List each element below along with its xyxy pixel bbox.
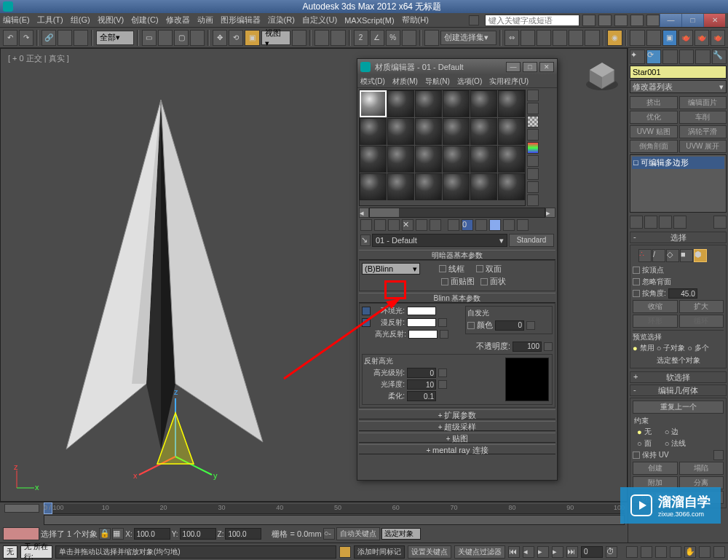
prev-frame-icon[interactable]: ◂ [523, 546, 534, 558]
make-copy-icon[interactable] [416, 219, 427, 231]
selfillum-checkbox[interactable] [467, 322, 475, 329]
specular-swatch[interactable] [408, 330, 438, 339]
time-slider[interactable]: 0 / 100 102030405060708090100 [44, 504, 625, 514]
goto-start-icon[interactable]: ⏮ [508, 546, 520, 558]
mat-slot[interactable] [415, 146, 442, 173]
menu-graph[interactable]: 图形编辑器 [221, 15, 261, 25]
quick-btn-turbosmooth[interactable]: 涡轮平滑 [679, 125, 727, 138]
selfillum-spinner[interactable]: 0 [495, 320, 524, 331]
facemap-checkbox[interactable] [441, 278, 448, 285]
curve-editor-button[interactable] [569, 30, 583, 46]
align-button[interactable] [521, 30, 535, 46]
mirror-button[interactable]: ⇔ [505, 30, 519, 46]
mat-slot[interactable] [387, 118, 414, 145]
menu-customize[interactable]: 自定义(U) [302, 15, 337, 25]
angle-spinner[interactable]: 45.0 [668, 288, 697, 299]
grow-button[interactable]: 扩大 [679, 300, 724, 313]
z-field[interactable]: 100.0 [225, 528, 261, 540]
select-by-name-button[interactable] [158, 30, 173, 46]
mat-menu-utilities[interactable]: 实用程序(U) [489, 76, 529, 87]
snap-percent-button[interactable]: % [386, 30, 400, 46]
material-type-button[interactable]: Standard [509, 234, 554, 247]
mat-slot[interactable] [360, 118, 387, 145]
scale-gizmo[interactable]: x y z [124, 384, 226, 486]
window-close-button[interactable]: ✕ [703, 14, 725, 27]
gloss-spinner[interactable]: 10 [407, 379, 436, 390]
isolate-icon[interactable] [339, 546, 351, 558]
mat-map-nav-icon[interactable] [527, 194, 539, 206]
edge-mode-icon[interactable]: / [652, 249, 665, 262]
unlink-button[interactable] [58, 30, 72, 46]
mat-menu-options[interactable]: 选项(O) [457, 76, 482, 87]
nav-fov-icon[interactable] [670, 546, 681, 558]
nav-zoom-ext-icon[interactable] [655, 546, 667, 558]
exchange-icon[interactable] [614, 15, 628, 26]
collapse-button[interactable]: 塌陷 [679, 462, 724, 475]
get-material-icon[interactable] [360, 219, 372, 231]
two-sided-checkbox[interactable] [476, 265, 483, 272]
menu-tools[interactable]: 工具(T) [37, 15, 63, 25]
mat-slot[interactable] [415, 173, 442, 200]
select-scale-button[interactable]: ▣ [245, 30, 259, 46]
mat-slot[interactable] [470, 118, 497, 145]
key-mode-icon[interactable]: ○- [323, 528, 335, 540]
favorite-icon[interactable] [630, 15, 644, 26]
redo-button[interactable]: ↷ [19, 30, 33, 46]
subscription-icon[interactable] [598, 15, 612, 26]
time-slider-handle[interactable] [4, 504, 39, 513]
mat-slot[interactable] [498, 90, 525, 117]
mat-slot[interactable] [443, 90, 470, 117]
current-frame-field[interactable]: 0 [581, 546, 603, 558]
selection-filter-dropdown[interactable]: 全部 ▾ [96, 31, 134, 45]
abs-rel-icon[interactable]: ▦ [112, 528, 124, 540]
sample-type-icon[interactable] [527, 90, 539, 101]
sample-uv-icon[interactable] [527, 129, 539, 141]
ss-rollout-header[interactable]: + 超级采样 [359, 421, 555, 431]
display-tab-icon[interactable] [695, 50, 711, 64]
mat-slot-scrollbar[interactable]: ◂▸ [359, 208, 555, 218]
put-to-library-icon[interactable] [448, 219, 459, 231]
preview-sub-radio[interactable]: 子对象 [663, 343, 685, 353]
set-key-button[interactable]: 设置关键点 [408, 545, 451, 559]
quick-btn-bevel[interactable]: 倒角剖面 [630, 140, 678, 153]
preview-multi-radio[interactable]: 多个 [695, 343, 709, 353]
quick-left-icon[interactable] [469, 15, 479, 25]
time-config-icon[interactable]: ⏱ [606, 546, 617, 558]
key-filter-target[interactable]: 选定对象 [381, 528, 421, 540]
window-maximize-button[interactable]: □ [681, 14, 703, 27]
edit-named-sel-button[interactable] [424, 30, 439, 46]
diffuse-map-button[interactable] [438, 318, 447, 327]
mat-slot[interactable] [443, 118, 470, 145]
quick-btn-uvwmap[interactable]: UVW 贴图 [630, 125, 678, 138]
pick-material-icon[interactable]: ↘ [360, 234, 371, 246]
background-icon[interactable] [527, 116, 539, 127]
selfillum-map-button[interactable] [526, 321, 535, 330]
infocenter-icon[interactable] [582, 15, 596, 26]
show-result-icon[interactable] [489, 219, 501, 231]
faceted-checkbox[interactable] [480, 278, 488, 285]
assign-to-selection-icon[interactable] [388, 219, 400, 231]
menu-maxscript[interactable]: MAXScript(M) [344, 16, 394, 25]
polygon-mode-icon[interactable]: ■ [680, 249, 693, 262]
select-rotate-button[interactable]: ⟲ [229, 30, 243, 46]
loop-button[interactable]: 循环 [679, 315, 724, 328]
spinner-snap-button[interactable] [402, 30, 416, 46]
repeat-last-button[interactable]: 重复上一个 [633, 401, 724, 414]
use-pivot-center-button[interactable] [292, 30, 306, 46]
goto-end-icon[interactable]: ⏭ [566, 546, 578, 558]
snap-angle-button[interactable]: ∠ [370, 30, 384, 46]
teapot-icon[interactable]: 🫖 [678, 30, 693, 46]
mat-slot[interactable] [443, 146, 470, 173]
manipulate-button[interactable] [314, 30, 329, 46]
maxscript-listener-field[interactable] [3, 527, 39, 540]
modifier-stack[interactable]: □ 可编辑多边形 [630, 154, 727, 213]
lock-selection-icon[interactable]: 🔒 [99, 528, 111, 540]
opacity-map-button[interactable] [544, 342, 553, 351]
pin-stack-icon[interactable] [630, 216, 643, 229]
quick-btn-lathe[interactable]: 车削 [679, 111, 727, 124]
specular-map-button[interactable] [440, 330, 448, 339]
mat-maximize-button[interactable]: □ [523, 62, 537, 72]
go-parent-icon[interactable] [503, 219, 515, 231]
speclevel-map-button[interactable] [438, 368, 447, 377]
stack-item-editable-poly[interactable]: □ 可编辑多边形 [632, 157, 724, 169]
